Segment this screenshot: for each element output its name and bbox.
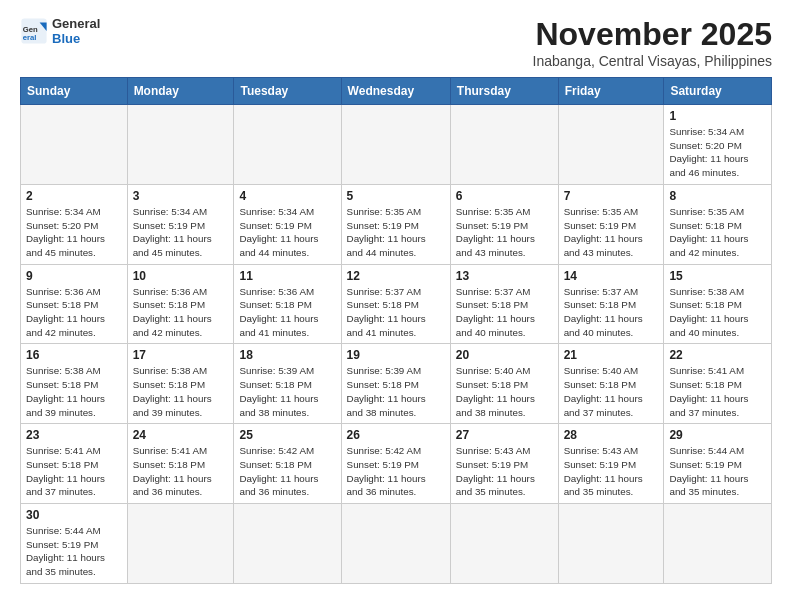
day-number: 13 [456,269,553,283]
calendar-week-row: 9Sunrise: 5:36 AM Sunset: 5:18 PM Daylig… [21,264,772,344]
calendar-cell: 21Sunrise: 5:40 AM Sunset: 5:18 PM Dayli… [558,344,664,424]
weekday-header-tuesday: Tuesday [234,78,341,105]
calendar-header: SundayMondayTuesdayWednesdayThursdayFrid… [21,78,772,105]
day-info: Sunrise: 5:36 AM Sunset: 5:18 PM Dayligh… [26,285,122,340]
calendar-cell [450,105,558,185]
calendar-week-row: 2Sunrise: 5:34 AM Sunset: 5:20 PM Daylig… [21,184,772,264]
calendar-cell: 1Sunrise: 5:34 AM Sunset: 5:20 PM Daylig… [664,105,772,185]
day-number: 12 [347,269,445,283]
calendar-cell: 7Sunrise: 5:35 AM Sunset: 5:19 PM Daylig… [558,184,664,264]
header: Gen eral General Blue November 2025 Inab… [20,16,772,69]
day-info: Sunrise: 5:35 AM Sunset: 5:19 PM Dayligh… [564,205,659,260]
day-info: Sunrise: 5:44 AM Sunset: 5:19 PM Dayligh… [669,444,766,499]
day-info: Sunrise: 5:39 AM Sunset: 5:18 PM Dayligh… [239,364,335,419]
day-info: Sunrise: 5:41 AM Sunset: 5:18 PM Dayligh… [133,444,229,499]
weekday-header-thursday: Thursday [450,78,558,105]
calendar-cell [127,105,234,185]
day-info: Sunrise: 5:38 AM Sunset: 5:18 PM Dayligh… [133,364,229,419]
day-info: Sunrise: 5:43 AM Sunset: 5:19 PM Dayligh… [564,444,659,499]
calendar-cell: 10Sunrise: 5:36 AM Sunset: 5:18 PM Dayli… [127,264,234,344]
day-number: 17 [133,348,229,362]
calendar-week-row: 30Sunrise: 5:44 AM Sunset: 5:19 PM Dayli… [21,504,772,584]
day-number: 8 [669,189,766,203]
day-info: Sunrise: 5:38 AM Sunset: 5:18 PM Dayligh… [669,285,766,340]
day-number: 26 [347,428,445,442]
day-info: Sunrise: 5:43 AM Sunset: 5:19 PM Dayligh… [456,444,553,499]
calendar-cell: 3Sunrise: 5:34 AM Sunset: 5:19 PM Daylig… [127,184,234,264]
day-number: 28 [564,428,659,442]
day-info: Sunrise: 5:40 AM Sunset: 5:18 PM Dayligh… [564,364,659,419]
calendar-cell: 15Sunrise: 5:38 AM Sunset: 5:18 PM Dayli… [664,264,772,344]
day-info: Sunrise: 5:38 AM Sunset: 5:18 PM Dayligh… [26,364,122,419]
weekday-header-friday: Friday [558,78,664,105]
day-number: 18 [239,348,335,362]
svg-text:eral: eral [23,33,37,42]
calendar-cell: 27Sunrise: 5:43 AM Sunset: 5:19 PM Dayli… [450,424,558,504]
calendar-cell: 30Sunrise: 5:44 AM Sunset: 5:19 PM Dayli… [21,504,128,584]
day-number: 6 [456,189,553,203]
logo: Gen eral General Blue [20,16,100,46]
calendar-cell: 2Sunrise: 5:34 AM Sunset: 5:20 PM Daylig… [21,184,128,264]
calendar-cell [341,105,450,185]
calendar-cell: 13Sunrise: 5:37 AM Sunset: 5:18 PM Dayli… [450,264,558,344]
calendar-cell [234,504,341,584]
calendar-cell: 9Sunrise: 5:36 AM Sunset: 5:18 PM Daylig… [21,264,128,344]
day-number: 15 [669,269,766,283]
day-number: 9 [26,269,122,283]
day-number: 20 [456,348,553,362]
day-number: 23 [26,428,122,442]
calendar-cell: 28Sunrise: 5:43 AM Sunset: 5:19 PM Dayli… [558,424,664,504]
calendar-cell: 12Sunrise: 5:37 AM Sunset: 5:18 PM Dayli… [341,264,450,344]
day-number: 25 [239,428,335,442]
weekday-header-saturday: Saturday [664,78,772,105]
calendar-cell: 18Sunrise: 5:39 AM Sunset: 5:18 PM Dayli… [234,344,341,424]
day-number: 30 [26,508,122,522]
day-info: Sunrise: 5:35 AM Sunset: 5:18 PM Dayligh… [669,205,766,260]
day-number: 27 [456,428,553,442]
calendar-cell [21,105,128,185]
location-subtitle: Inabanga, Central Visayas, Philippines [533,53,772,69]
day-info: Sunrise: 5:35 AM Sunset: 5:19 PM Dayligh… [456,205,553,260]
calendar-cell: 22Sunrise: 5:41 AM Sunset: 5:18 PM Dayli… [664,344,772,424]
day-number: 10 [133,269,229,283]
day-number: 21 [564,348,659,362]
day-info: Sunrise: 5:40 AM Sunset: 5:18 PM Dayligh… [456,364,553,419]
calendar-cell: 6Sunrise: 5:35 AM Sunset: 5:19 PM Daylig… [450,184,558,264]
calendar-week-row: 1Sunrise: 5:34 AM Sunset: 5:20 PM Daylig… [21,105,772,185]
calendar-week-row: 16Sunrise: 5:38 AM Sunset: 5:18 PM Dayli… [21,344,772,424]
day-info: Sunrise: 5:34 AM Sunset: 5:19 PM Dayligh… [239,205,335,260]
calendar-cell: 24Sunrise: 5:41 AM Sunset: 5:18 PM Dayli… [127,424,234,504]
calendar-cell [234,105,341,185]
day-number: 5 [347,189,445,203]
day-number: 1 [669,109,766,123]
calendar-cell: 20Sunrise: 5:40 AM Sunset: 5:18 PM Dayli… [450,344,558,424]
day-info: Sunrise: 5:37 AM Sunset: 5:18 PM Dayligh… [347,285,445,340]
day-number: 11 [239,269,335,283]
calendar-cell: 23Sunrise: 5:41 AM Sunset: 5:18 PM Dayli… [21,424,128,504]
calendar-cell: 25Sunrise: 5:42 AM Sunset: 5:18 PM Dayli… [234,424,341,504]
day-number: 29 [669,428,766,442]
calendar-cell: 26Sunrise: 5:42 AM Sunset: 5:19 PM Dayli… [341,424,450,504]
calendar-cell: 4Sunrise: 5:34 AM Sunset: 5:19 PM Daylig… [234,184,341,264]
day-info: Sunrise: 5:42 AM Sunset: 5:19 PM Dayligh… [347,444,445,499]
logo-icon: Gen eral [20,17,48,45]
month-title: November 2025 [533,16,772,53]
calendar-cell [664,504,772,584]
day-number: 7 [564,189,659,203]
day-info: Sunrise: 5:41 AM Sunset: 5:18 PM Dayligh… [26,444,122,499]
day-info: Sunrise: 5:44 AM Sunset: 5:19 PM Dayligh… [26,524,122,579]
day-number: 22 [669,348,766,362]
day-info: Sunrise: 5:36 AM Sunset: 5:18 PM Dayligh… [133,285,229,340]
day-info: Sunrise: 5:39 AM Sunset: 5:18 PM Dayligh… [347,364,445,419]
calendar-cell: 16Sunrise: 5:38 AM Sunset: 5:18 PM Dayli… [21,344,128,424]
calendar-cell [450,504,558,584]
calendar-cell: 5Sunrise: 5:35 AM Sunset: 5:19 PM Daylig… [341,184,450,264]
calendar-cell: 8Sunrise: 5:35 AM Sunset: 5:18 PM Daylig… [664,184,772,264]
day-number: 4 [239,189,335,203]
calendar-cell [127,504,234,584]
calendar-body: 1Sunrise: 5:34 AM Sunset: 5:20 PM Daylig… [21,105,772,584]
day-number: 24 [133,428,229,442]
logo-text: General Blue [52,16,100,46]
calendar-cell [558,105,664,185]
calendar-cell: 11Sunrise: 5:36 AM Sunset: 5:18 PM Dayli… [234,264,341,344]
